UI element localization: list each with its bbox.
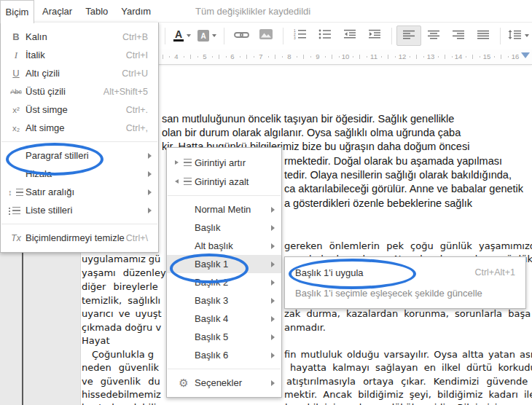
document-text-line: fin mutluluk olduğu varsayılır. Oysa alt… xyxy=(284,349,532,361)
menu-item-list-styles[interactable]: Liste stilleri xyxy=(1,201,158,219)
text-color-icon: A xyxy=(173,30,184,42)
toolbar-separator xyxy=(165,28,165,44)
line-spacing-button[interactable] xyxy=(505,25,532,46)
toolbar-separator xyxy=(283,28,283,44)
menu-item-icon xyxy=(7,169,26,179)
menu-item-icon xyxy=(173,241,195,251)
align-justify-button[interactable] xyxy=(471,25,496,46)
document-text-line: çıkmada doğru v xyxy=(82,322,161,334)
toolbar-separator xyxy=(500,28,501,44)
document-text-line: yaşamı düzenley xyxy=(82,267,166,279)
menu-item-bold[interactable]: B Kalın Ctrl+B xyxy=(1,28,158,46)
chevron-down-icon[interactable] xyxy=(187,34,191,37)
insert-link-button[interactable] xyxy=(229,25,254,46)
document-text-line: san mutluluğunun öncelik taşıyan bir öğe… xyxy=(162,113,454,125)
align-center-icon xyxy=(428,29,439,42)
decrease-indent-icon xyxy=(344,29,356,42)
menu-item-icon xyxy=(1,224,20,224)
ruler-number: 15 xyxy=(483,52,491,60)
document-text-line: a gösterdikleri özenle bebeklerine sağlı… xyxy=(284,197,472,209)
gear-icon: ⚙ xyxy=(173,378,195,388)
toolbar-separator xyxy=(391,28,392,44)
document-text-line: Çoğunlukla g xyxy=(92,349,154,361)
menu-item-strikethrough[interactable]: Abc Üstü çizili Alt+Shift+5 xyxy=(1,82,158,101)
heading1-menu: Başlık 1'i uygula Ctrl+Alt+1 Başlık 1'i … xyxy=(284,256,526,309)
menu-item-heading6[interactable]: Başlık 6 xyxy=(167,346,281,364)
increase-indent-button[interactable] xyxy=(362,25,387,46)
menu-item-align[interactable]: Hizala xyxy=(1,165,158,183)
toolbar-separator xyxy=(224,28,224,44)
ruler-number: 5 xyxy=(203,52,206,60)
underline-icon: U xyxy=(7,68,26,79)
ruler-number: 6 xyxy=(230,52,234,60)
toolbar: A A 123 xyxy=(159,23,532,49)
menu-item-update-heading1[interactable]: Başlık 1'i seçimle eşleşecek şekilde gün… xyxy=(285,283,525,303)
menu-item-icon xyxy=(173,314,195,324)
align-center-button[interactable] xyxy=(421,25,446,46)
menu-item-heading3[interactable]: Başlık 3 xyxy=(167,291,281,310)
line-spacing-icon xyxy=(508,29,522,42)
menu-item-italic[interactable]: I İtalik Ctrl+I xyxy=(1,46,158,64)
document-text-line: atıştırılmasıyla ortaya çıkar. Kendimizi… xyxy=(286,376,528,388)
bulleted-list-button[interactable] xyxy=(313,25,337,46)
ruler-number: 14 xyxy=(455,52,463,60)
menu-item-icon xyxy=(173,205,195,215)
chevron-down-icon[interactable] xyxy=(212,34,216,37)
superscript-icon: x² xyxy=(7,105,26,115)
chevron-down-icon[interactable] xyxy=(525,34,529,37)
document-text-line: hissedebilmemiz xyxy=(82,389,161,401)
decrease-indent-icon xyxy=(173,176,195,186)
align-right-button[interactable] xyxy=(446,25,471,46)
menu-item-decrease-indent[interactable]: Girintiyi azalt xyxy=(167,172,281,191)
align-justify-icon xyxy=(477,29,489,42)
menu-item-icon xyxy=(173,223,195,233)
svg-text:3: 3 xyxy=(294,36,296,39)
highlight-color-icon: A xyxy=(197,30,209,42)
menu-item-underline[interactable]: U Altı çizili Ctrl+U xyxy=(1,64,158,82)
menu-item-increase-indent[interactable]: Girintiyi artır xyxy=(167,153,281,172)
menu-item-line-spacing[interactable]: Satır aralığı xyxy=(1,183,158,201)
document-text-line: neden güvenlik xyxy=(82,362,159,374)
increase-indent-icon xyxy=(173,157,195,168)
menu-item-clear-formatting[interactable]: Tx Biçimlendirmeyi temizle Ctrl+\ xyxy=(1,229,158,247)
document-text-line: diğer bireylerle xyxy=(82,281,158,293)
menu-item-paragraph-styles[interactable]: Paragraf stilleri xyxy=(1,146,158,165)
menu-item xyxy=(168,195,281,196)
menubar-yardim[interactable]: Yardım xyxy=(114,6,157,17)
menu-item-icon xyxy=(7,151,26,161)
menu-item-subtitle[interactable]: Alt başlık xyxy=(167,237,281,255)
format-menu: B Kalın Ctrl+B I İtalik Ctrl+I U Altı çi… xyxy=(0,22,159,253)
menubar-araclar[interactable]: Araçlar xyxy=(36,6,79,17)
text-color-button[interactable]: A xyxy=(170,25,195,46)
align-left-button[interactable] xyxy=(396,25,421,46)
ruler-number: 12 xyxy=(399,52,407,60)
menubar-tablo[interactable]: Tablo xyxy=(79,6,114,17)
increase-indent-icon xyxy=(369,29,381,42)
menubar-bicim[interactable]: Biçim xyxy=(0,0,34,23)
document-text-line: yaşamaksa bilginin eyleme dökülmesidir. … xyxy=(248,402,497,405)
ruler-number: 7 xyxy=(259,52,262,60)
highlight-color-button[interactable]: A xyxy=(195,25,219,46)
menu-item-heading4[interactable]: Başlık 4 xyxy=(167,310,281,328)
menu-item-icon xyxy=(1,141,20,142)
menu-item-apply-heading1[interactable]: Başlık 1'i uygula Ctrl+Alt+1 xyxy=(285,262,525,283)
menu-item-options[interactable]: ⚙ Seçenekler xyxy=(167,374,281,392)
menu-item-subscript[interactable]: x₂ Alt simge Ctrl+, xyxy=(1,119,158,137)
menu-item-superscript[interactable]: x² Üst simge Ctrl+. xyxy=(1,101,158,119)
insert-image-button[interactable] xyxy=(254,25,278,46)
numbered-list-button[interactable]: 123 xyxy=(288,25,313,46)
right-indent-marker[interactable] xyxy=(521,52,530,58)
strikethrough-icon: Abc xyxy=(7,87,26,97)
menu-item-heading2[interactable]: Başlık 2 xyxy=(167,273,281,291)
decrease-indent-button[interactable] xyxy=(337,25,362,46)
menu-item-heading5[interactable]: Başlık 5 xyxy=(167,328,281,346)
subscript-icon: x₂ xyxy=(7,123,26,133)
bold-icon: B xyxy=(7,32,26,42)
menu-item-heading1[interactable]: Başlık 1 xyxy=(167,255,281,273)
menu-item-icon xyxy=(173,350,195,361)
menu-item-normal-text[interactable]: Normal Metin xyxy=(167,200,281,219)
menu-item-title[interactable]: Başlık xyxy=(167,219,281,237)
menu-item xyxy=(1,224,157,224)
document-text-line: ca aktarılabileceği görülür. Anne ve bab… xyxy=(284,183,523,194)
clear-formatting-icon: Tx xyxy=(7,233,26,243)
